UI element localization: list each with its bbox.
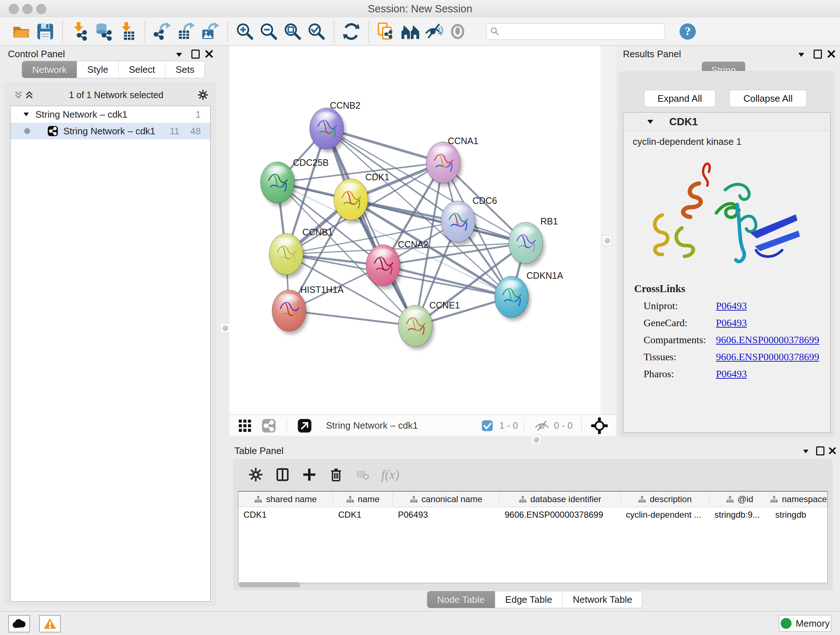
clone-network-icon[interactable] xyxy=(376,21,396,42)
table-panel-title: Table Panel xyxy=(234,445,284,456)
export-network-icon[interactable] xyxy=(152,21,173,42)
collection-expand-icon[interactable] xyxy=(24,112,29,116)
protein-card-header[interactable]: CDK1 xyxy=(623,112,830,131)
selected-checkbox-icon[interactable] xyxy=(477,415,498,436)
node-CCNE1[interactable]: CCNE1 xyxy=(398,300,460,350)
network-collection-row[interactable]: String Network – cdk1 1 xyxy=(11,106,210,123)
crosslink-link[interactable]: P06493 xyxy=(716,317,747,329)
cell-canonicalname[interactable]: P06493 xyxy=(393,507,500,523)
cell-databaseidentifier[interactable]: 9606.ENSP00000378699 xyxy=(500,507,621,523)
help-icon[interactable]: ? xyxy=(677,21,698,42)
cloud-status-button[interactable] xyxy=(8,615,30,632)
tab-style[interactable]: Style xyxy=(77,61,118,78)
birdseye-crosshair-icon[interactable] xyxy=(589,415,610,436)
node-table[interactable]: shared namenamecanonical namedatabase id… xyxy=(238,491,828,583)
node-CCNA1[interactable]: CCNA1 xyxy=(426,136,478,187)
cell-sharedname[interactable]: CDK1 xyxy=(238,507,333,523)
network-share-view-icon[interactable] xyxy=(258,415,279,436)
results-panel-float-icon[interactable] xyxy=(812,49,823,59)
node-RB1[interactable]: RB1 xyxy=(508,216,558,267)
add-column-icon[interactable] xyxy=(300,465,319,484)
column-header-name[interactable]: name xyxy=(333,492,393,507)
string-query-icon[interactable] xyxy=(399,21,420,42)
node-CDKN1A[interactable]: CDKN1A xyxy=(494,271,563,321)
column-header-description[interactable]: description xyxy=(621,492,709,507)
control-panel-close-icon[interactable] xyxy=(204,49,215,59)
cell-id[interactable]: stringdb:9... xyxy=(709,507,770,523)
show-columns-icon[interactable] xyxy=(273,465,292,484)
protein-structure-image xyxy=(623,152,830,283)
protein-collapse-icon[interactable] xyxy=(647,120,653,124)
import-network-file-icon[interactable] xyxy=(69,21,90,42)
results-panel-menu-icon[interactable] xyxy=(796,49,807,60)
search-input[interactable] xyxy=(503,26,660,37)
export-image-icon[interactable] xyxy=(200,21,221,42)
network-row[interactable]: String Network – cdk1 11 48 xyxy=(11,123,210,139)
node-CCNB2[interactable]: CCNB2 xyxy=(309,100,360,152)
zoom-out-icon[interactable] xyxy=(258,21,279,42)
network-type-icon xyxy=(47,126,58,136)
right-splitter[interactable] xyxy=(600,46,616,415)
table-panel-float-icon[interactable] xyxy=(815,445,826,456)
collapse-all-networks-icon[interactable] xyxy=(13,89,24,100)
tab-node-table[interactable]: Node Table xyxy=(427,591,495,608)
node-CDC25B[interactable]: CDC25B xyxy=(261,157,328,206)
zoom-fit-icon[interactable] xyxy=(282,21,303,42)
node-label-CDC6: CDC6 xyxy=(472,195,497,206)
import-network-database-icon[interactable] xyxy=(93,21,114,42)
crosslink-link[interactable]: 9606.ENSP00000378699 xyxy=(716,351,819,363)
column-header-id[interactable]: @id xyxy=(709,492,770,507)
zoom-in-icon[interactable] xyxy=(234,21,256,42)
column-type-icon xyxy=(726,496,734,503)
column-header-databaseidentifier[interactable]: database identifier xyxy=(500,492,621,507)
grid-view-icon[interactable] xyxy=(234,415,256,436)
memory-button[interactable]: Memory xyxy=(779,615,831,632)
zoom-selected-icon[interactable] xyxy=(306,21,327,42)
show-details-icon[interactable] xyxy=(447,21,468,42)
crosslink-link[interactable]: P06493 xyxy=(716,368,747,380)
warning-status-button[interactable] xyxy=(39,615,61,632)
table-hscrollbar[interactable] xyxy=(239,582,300,587)
cell-name[interactable]: CDK1 xyxy=(333,507,393,523)
network-canvas[interactable]: CCNB2 CCNA1 CDC25B CDK1 xyxy=(229,46,600,415)
hide-details-icon[interactable] xyxy=(423,21,444,42)
tab-select[interactable]: Select xyxy=(118,61,165,78)
import-table-icon[interactable] xyxy=(117,21,138,42)
node-label-CCNB1: CCNB1 xyxy=(302,227,333,237)
status-bar: Memory xyxy=(0,611,840,635)
node-CCNA2[interactable]: CCNA2 xyxy=(366,239,428,289)
open-session-icon[interactable] xyxy=(11,21,32,42)
search-box[interactable] xyxy=(486,23,665,40)
network-options-gear-icon[interactable] xyxy=(197,89,208,100)
cell-namespace[interactable]: stringdb xyxy=(770,507,827,523)
tab-edge-table[interactable]: Edge Table xyxy=(495,591,563,608)
control-panel-float-icon[interactable] xyxy=(190,49,201,59)
tab-network-table[interactable]: Network Table xyxy=(562,591,642,608)
crosslink-link[interactable]: 9606.ENSP00000378699 xyxy=(716,334,819,346)
node-CDC6[interactable]: CDC6 xyxy=(441,195,497,245)
control-panel-menu-icon[interactable] xyxy=(174,49,185,60)
refresh-icon[interactable] xyxy=(341,21,362,42)
delete-column-icon[interactable] xyxy=(327,465,346,484)
node-HIST1H1A[interactable]: HIST1H1A xyxy=(272,285,344,334)
open-in-window-icon[interactable] xyxy=(294,415,315,436)
column-type-icon xyxy=(254,496,262,503)
collapse-all-button[interactable]: Collapse All xyxy=(729,90,807,107)
tab-sets[interactable]: Sets xyxy=(165,61,204,78)
left-splitter[interactable] xyxy=(221,46,229,611)
column-header-canonicalname[interactable]: canonical name xyxy=(393,492,500,507)
crosslink-link[interactable]: P06493 xyxy=(716,300,747,312)
table-settings-gear-icon[interactable] xyxy=(246,465,265,484)
column-header-namespace[interactable]: namespace xyxy=(770,492,827,507)
column-header-sharedname[interactable]: shared name xyxy=(238,492,333,507)
table-panel-menu-icon[interactable] xyxy=(800,446,811,457)
tab-network[interactable]: Network xyxy=(22,61,77,78)
export-table-icon[interactable] xyxy=(176,21,197,42)
save-session-icon[interactable] xyxy=(35,21,56,42)
results-panel-close-icon[interactable] xyxy=(826,49,837,59)
expand-all-button[interactable]: Expand All xyxy=(644,90,715,107)
table-panel-close-icon[interactable] xyxy=(827,445,838,456)
node-CDK1[interactable]: CDK1 xyxy=(334,172,389,223)
expand-all-networks-icon[interactable] xyxy=(24,89,35,100)
cell-description[interactable]: cyclin-dependent ... xyxy=(621,507,709,523)
